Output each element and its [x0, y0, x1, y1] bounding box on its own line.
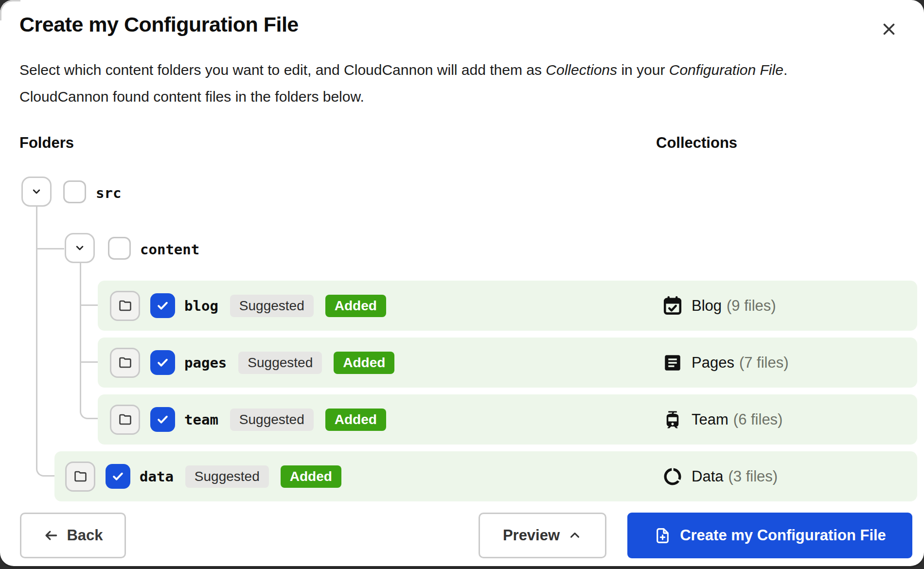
tree-line: [36, 206, 65, 477]
collection-file-count: (3 files): [728, 468, 778, 485]
added-badge: Added: [325, 295, 386, 317]
folder-icon: [118, 298, 133, 313]
collection-name: Team: [692, 411, 729, 428]
chevron-down-icon: [73, 241, 87, 255]
folder-button-pages[interactable]: [110, 348, 140, 378]
description-text: .: [783, 62, 787, 78]
folder-icon: [73, 469, 88, 484]
description-italic-collections: Collections: [546, 62, 617, 78]
description-line2: CloudCannon found content files in the f…: [19, 89, 364, 105]
folder-row-team: team Suggested Added Team (6 files): [98, 394, 917, 445]
collection-name: Blog: [692, 297, 722, 315]
document-add-icon: [654, 527, 672, 545]
arrow-left-icon: [43, 527, 59, 544]
modal-corner-decoration: [0, 0, 20, 20]
collection-team: Team (6 files): [662, 409, 782, 430]
folder-row-blog: blog Suggested Added Blog (9 files): [98, 281, 917, 331]
folder-label-src: src: [96, 185, 121, 201]
close-icon: [880, 20, 898, 38]
collection-name: Pages: [692, 354, 734, 372]
page-title: Create my Configuration File: [19, 13, 299, 36]
folder-row-data: data Suggested Added Data (3 files): [54, 451, 917, 501]
description-italic-config-file: Configuration File: [669, 62, 783, 78]
folder-row-pages: pages Suggested Added Pages (7 files): [98, 338, 917, 388]
folder-icon: [118, 412, 133, 427]
calendar-check-icon: [662, 295, 683, 317]
folder-label-blog: blog: [184, 298, 218, 314]
description-text: in your: [617, 62, 669, 78]
added-badge: Added: [325, 409, 386, 431]
folder-label-team: team: [184, 411, 218, 428]
suggested-badge: Suggested: [230, 409, 314, 431]
collection-pages: Pages (7 files): [662, 352, 789, 373]
collection-file-count: (7 files): [739, 354, 789, 372]
checkbox-src[interactable]: [63, 180, 86, 203]
check-icon: [155, 298, 170, 313]
modal-description: Select which content folders you want to…: [19, 56, 890, 110]
collections-column-header: Collections: [656, 134, 737, 152]
collection-file-count: (9 files): [727, 297, 776, 315]
chevron-up-icon: [568, 528, 582, 543]
preview-button[interactable]: Preview: [479, 513, 606, 558]
preview-button-label: Preview: [503, 527, 560, 544]
folder-label-content: content: [140, 241, 199, 258]
collection-file-count: (6 files): [733, 411, 783, 428]
expand-toggle-content[interactable]: [65, 233, 95, 263]
check-icon: [155, 412, 170, 427]
checkbox-team[interactable]: [150, 407, 175, 432]
folder-button-data[interactable]: [65, 462, 95, 492]
folder-label-data: data: [140, 468, 174, 485]
added-badge: Added: [334, 352, 394, 374]
description-text: Select which content folders you want to…: [19, 62, 546, 78]
folders-column-header: Folders: [19, 134, 74, 152]
added-badge: Added: [281, 465, 341, 488]
create-button-label: Create my Configuration File: [680, 527, 886, 544]
back-button[interactable]: Back: [20, 513, 126, 558]
create-configuration-file-button[interactable]: Create my Configuration File: [627, 513, 912, 558]
close-button[interactable]: [875, 16, 903, 43]
tram-icon: [662, 409, 683, 430]
suggested-badge: Suggested: [238, 352, 322, 374]
article-icon: [662, 352, 683, 373]
check-icon: [155, 355, 170, 370]
check-icon: [110, 469, 125, 484]
folder-button-team[interactable]: [110, 405, 140, 435]
back-button-label: Back: [67, 527, 103, 544]
data-usage-icon: [662, 466, 683, 487]
folder-button-blog[interactable]: [110, 291, 140, 321]
checkbox-content[interactable]: [108, 237, 131, 260]
checkbox-blog[interactable]: [150, 293, 175, 318]
collection-blog: Blog (9 files): [662, 295, 776, 317]
folder-label-pages: pages: [184, 355, 227, 371]
tree-line: [37, 248, 64, 249]
create-config-modal: Create my Configuration File Select whic…: [0, 0, 924, 566]
expand-toggle-src[interactable]: [21, 177, 52, 207]
collection-data: Data (3 files): [662, 466, 778, 487]
chevron-down-icon: [30, 185, 43, 198]
checkbox-data[interactable]: [106, 464, 130, 489]
suggested-badge: Suggested: [230, 295, 314, 317]
suggested-badge: Suggested: [185, 465, 269, 488]
collection-name: Data: [692, 468, 723, 485]
checkbox-pages[interactable]: [150, 350, 175, 375]
folder-icon: [118, 355, 133, 370]
